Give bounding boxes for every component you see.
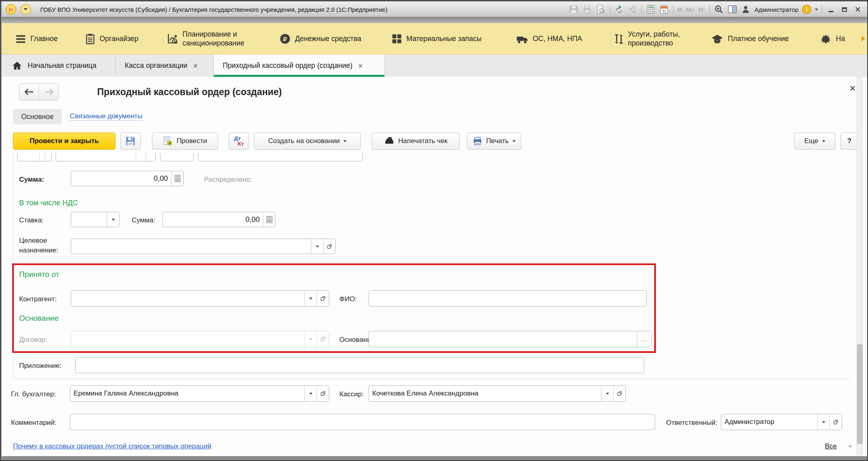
- save-icon[interactable]: [569, 4, 579, 15]
- attachment-input[interactable]: [75, 357, 644, 373]
- print-icon[interactable]: [582, 4, 592, 15]
- open-button[interactable]: [317, 331, 329, 347]
- open-button[interactable]: [317, 291, 329, 306]
- calculator-button[interactable]: [263, 212, 275, 227]
- dropdown-button[interactable]: [304, 386, 317, 401]
- svg-text:31: 31: [662, 9, 666, 13]
- purpose-input[interactable]: [71, 239, 311, 254]
- section-education[interactable]: Платное обучение: [711, 23, 789, 54]
- basis-section-header: Основание: [19, 314, 59, 323]
- hamburger-icon: [15, 35, 26, 43]
- grid-icon: [392, 34, 402, 44]
- button-label: Создать на основании: [268, 137, 340, 145]
- more-button[interactable]: Еще: [794, 133, 835, 150]
- chief-accountant-input[interactable]: [70, 386, 304, 401]
- zoom-icon[interactable]: [714, 4, 724, 15]
- print-button[interactable]: Печать: [467, 133, 521, 150]
- responsible-input[interactable]: [721, 414, 817, 430]
- why-empty-operations-link[interactable]: Почему в кассовых ордерах пустой список …: [13, 442, 211, 450]
- open-button[interactable]: [613, 386, 625, 401]
- memory-m-button[interactable]: M: [677, 6, 683, 13]
- section-organizer[interactable]: Органайзер: [85, 23, 139, 54]
- all-link[interactable]: Все: [825, 442, 837, 450]
- all-dropdown-icon[interactable]: [848, 446, 852, 448]
- vat-sum-input[interactable]: [163, 212, 263, 227]
- separator: [146, 153, 146, 161]
- back-button[interactable]: [20, 84, 39, 100]
- contract-input[interactable]: [71, 331, 304, 347]
- menu-overflow-arrow[interactable]: [861, 36, 865, 41]
- minimize-button[interactable]: [826, 4, 836, 15]
- dt-kt-button[interactable]: ДтКт: [229, 133, 249, 150]
- ellipsis-button[interactable]: ...: [637, 331, 651, 347]
- save-button[interactable]: [120, 133, 141, 150]
- help-button[interactable]: ?: [840, 133, 858, 150]
- section-planning[interactable]: Р Планирование и санкционирование: [167, 23, 270, 54]
- cash-register-icon: [384, 137, 395, 146]
- calculator-button[interactable]: [171, 171, 183, 186]
- cashier-input[interactable]: [369, 386, 601, 401]
- comment-input[interactable]: [70, 414, 655, 430]
- close-window-button[interactable]: [853, 4, 863, 15]
- section-taxes[interactable]: На: [820, 23, 845, 54]
- print-preview-icon[interactable]: [595, 4, 606, 15]
- fio-input[interactable]: [369, 290, 647, 307]
- main-menu-dropdown-button[interactable]: [20, 4, 31, 15]
- open-button[interactable]: [829, 414, 842, 430]
- open-button[interactable]: [323, 239, 335, 254]
- vat-sum-field: [163, 212, 276, 227]
- dropdown-button[interactable]: [304, 291, 317, 306]
- open-icon: [833, 419, 839, 425]
- page-title: Приходный кассовый ордер (создание): [97, 87, 282, 98]
- separator: [45, 153, 45, 161]
- sum-input[interactable]: [71, 171, 171, 186]
- add-link-icon[interactable]: [614, 4, 624, 15]
- tab-cash-receipt-order[interactable]: Приходный кассовый ордер (создание): [214, 54, 384, 77]
- section-assets[interactable]: ОС, НМА, НПА: [516, 23, 582, 54]
- memory-mplus-button[interactable]: M+: [686, 6, 695, 13]
- restore-button[interactable]: [839, 4, 850, 15]
- close-form-button[interactable]: [849, 85, 856, 91]
- forward-button[interactable]: [39, 84, 58, 100]
- dropdown-button[interactable]: [304, 331, 317, 347]
- post-button[interactable]: Провести: [152, 133, 218, 150]
- copy-link-icon[interactable]: [627, 4, 638, 15]
- nav-tab-main[interactable]: Основное: [13, 109, 62, 124]
- print-receipt-button[interactable]: Напечатать чек: [372, 133, 460, 150]
- dropdown-button[interactable]: [817, 414, 829, 430]
- dropdown-button[interactable]: [311, 239, 323, 254]
- calculator-icon[interactable]: [645, 4, 656, 15]
- nav-tab-related-documents[interactable]: Связанные документы: [70, 112, 143, 121]
- scrollbar-thumb[interactable]: [857, 344, 863, 444]
- post-and-close-button[interactable]: Провести и закрыть: [13, 133, 115, 150]
- dropdown-button[interactable]: [107, 212, 119, 227]
- calculator-icon: [174, 175, 181, 182]
- separator: [136, 153, 136, 161]
- basis-input[interactable]: [369, 331, 637, 347]
- contract-field: [71, 331, 329, 347]
- tab-close-icon[interactable]: [358, 63, 363, 68]
- dropdown-button[interactable]: [601, 386, 613, 401]
- section-money[interactable]: Р Денежные средства: [280, 23, 361, 54]
- cashier-field: [369, 385, 626, 402]
- counterparty-field: [71, 290, 329, 307]
- tab-close-icon[interactable]: [193, 63, 198, 68]
- tab-home[interactable]: Начальная страница: [4, 54, 115, 77]
- split-window-icon[interactable]: [727, 4, 738, 15]
- 1c-logo-icon: 1с: [6, 4, 16, 15]
- tab-cash-office[interactable]: Касса организации: [116, 54, 213, 77]
- counterparty-input[interactable]: [71, 291, 304, 306]
- open-button[interactable]: [317, 386, 329, 401]
- vat-rate-input[interactable]: [71, 212, 107, 227]
- calendar-icon[interactable]: 31: [659, 4, 669, 15]
- info-dropdown-icon[interactable]: [815, 9, 818, 11]
- create-based-on-button[interactable]: Создать на основании: [254, 133, 361, 150]
- info-icon[interactable]: i: [801, 4, 812, 15]
- section-label: Планирование и санкционирование: [182, 30, 270, 48]
- button-label: Еще: [804, 137, 818, 145]
- button-label: Напечатать чек: [398, 137, 448, 145]
- section-main[interactable]: Главное: [15, 23, 58, 54]
- memory-mminus-button[interactable]: M-: [698, 6, 706, 13]
- section-services[interactable]: Услуги, работы, производство: [614, 23, 707, 54]
- section-materials[interactable]: Материальные запасы: [392, 23, 482, 54]
